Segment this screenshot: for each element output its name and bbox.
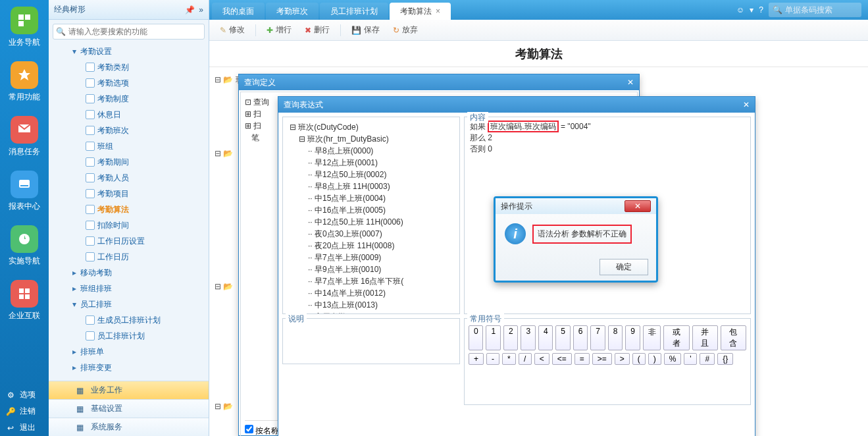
tb-save[interactable]: 💾保存 [346,22,385,38]
field-tree-line[interactable]: ·· 夜20点上班 11H(0008) [290,240,455,252]
sym-btn[interactable]: + [469,353,484,365]
msgbox-ok-button[interactable]: 确定 [600,259,648,275]
field-tree-line[interactable]: ·· 中15点半上班(0004) [290,192,455,204]
sym-btn[interactable]: 5 [555,325,570,350]
tree-item-2[interactable]: 考勤制度 [49,91,209,107]
tree-item-9[interactable]: 考勤算法 [49,202,209,217]
field-tree-line[interactable]: ·· 早12点上班(0001) [290,157,455,169]
field-tree-line[interactable]: ·· 早8点上班 11H(0003) [290,180,455,192]
tree-item-11[interactable]: 工作日历设置 [49,233,209,249]
field-tree-line[interactable]: ·· 高层考勤(0014) [290,311,455,314]
help-icon[interactable]: ? [759,5,763,14]
field-tree-line[interactable]: ·· 中14点半上班(0012) [290,287,455,299]
tree-sibling2-0[interactable]: ▸排班单 [49,344,209,360]
sym-btn[interactable]: 6 [573,325,588,350]
sym-btn[interactable]: 8 [608,325,623,350]
sym-btn[interactable]: - [486,353,499,365]
tree-sibling2-1[interactable]: ▸排班变更 [49,360,209,375]
rail-item-3[interactable]: 报表中心 [0,164,49,219]
barcode-search-input[interactable] [785,5,857,14]
field-tree-line[interactable]: ·· 中16点半上班(0005) [290,204,455,216]
field-tree-line[interactable]: ·· 早7点半上班(0009) [290,252,455,263]
tree-item-0[interactable]: 考勤类别 [49,59,209,75]
pin-icon[interactable]: 📌 [185,5,195,14]
close-icon[interactable]: ✕ [627,78,634,87]
sym-btn[interactable]: 1 [486,325,500,350]
close-icon[interactable]: ✕ [743,100,750,109]
sym-btn[interactable]: 0 [469,325,483,350]
sym-btn[interactable]: 并且 [692,325,718,350]
sym-btn[interactable]: 2 [503,325,518,350]
sym-btn[interactable]: 3 [521,325,535,350]
tree-item-12[interactable]: 工作日历 [49,249,209,265]
accordion-2[interactable]: ▦系统服务 [49,418,209,436]
sym-btn[interactable]: ) [648,353,661,365]
sym-btn[interactable]: < [534,353,549,365]
sym-btn[interactable]: 或者 [663,325,689,350]
sym-btn[interactable]: 非 [643,325,661,350]
chevron-double-icon[interactable]: » [199,5,203,14]
field-tree-line[interactable]: ·· 夜0点30上班(0007) [290,228,455,240]
rail-logout[interactable]: 🔑注销 [0,403,49,420]
rail-item-2[interactable]: 消息任务 [0,109,49,164]
tree-emp-1[interactable]: 员工排班计划 [49,328,209,344]
field-tree-line[interactable]: ·· 早12点50上班(0002) [290,169,455,180]
sym-btn[interactable]: 4 [538,325,553,350]
accordion-0[interactable]: ▦业务工作 [49,381,209,399]
sym-btn[interactable]: 9 [625,325,640,350]
tree-emp-0[interactable]: 生成员工排班计划 [49,312,209,328]
name-checkbox[interactable]: 按名称 [245,426,279,435]
accordion-1[interactable]: ▦基础设置 [49,399,209,418]
tab-2[interactable]: 员工排班计划 [320,3,388,20]
tree-item-8[interactable]: 考勤项目 [49,186,209,202]
tree-sibling-2[interactable]: ▾员工排班 [49,296,209,312]
rail-item-4[interactable]: 实施导航 [0,219,49,273]
sym-btn[interactable]: > [615,353,630,365]
rail-item-1[interactable]: 常用功能 [0,55,49,109]
rail-item-0[interactable]: 业务导航 [0,0,49,55]
tree-root[interactable]: ▾考勤设置 [49,43,209,59]
tree-sibling-0[interactable]: ▸移动考勤 [49,265,209,281]
barcode-search[interactable]: 🔍 [769,3,861,17]
sym-btn[interactable]: # [700,353,715,365]
tree-item-4[interactable]: 考勤班次 [49,123,209,138]
field-tree-line[interactable]: ·· 早8点上班(0000) [290,145,455,157]
tb-addrow[interactable]: ✚增行 [261,22,297,38]
tree-item-1[interactable]: 考勤选项 [49,75,209,91]
sym-btn[interactable]: {} [717,353,733,365]
field-tree[interactable]: ⊟ 班次(cDutyCode)⊟ 班次(hr_tm_DutyBasic)·· 早… [282,117,460,314]
rail-item-5[interactable]: 企业互联 [0,273,49,328]
sym-btn[interactable]: 包含 [721,325,746,350]
rail-exit[interactable]: ↩退出 [0,420,49,436]
tree-item-10[interactable]: 扣除时间 [49,217,209,233]
field-tree-line[interactable]: ·· 中12点50上班 11H(0006) [290,216,455,228]
tb-edit[interactable]: ✎修改 [215,22,250,38]
field-tree-line[interactable]: ·· 中13点上班(0013) [290,299,455,311]
tab-0[interactable]: 我的桌面 [212,3,265,20]
expr-content[interactable]: 内容 如果 班次编码.班次编码 = "0004" 那么 2 否则 0 操作提示 … [464,117,751,314]
sym-btn[interactable]: ( [632,353,646,365]
sym-btn[interactable]: * [502,353,516,365]
sym-btn[interactable]: <= [552,353,572,365]
field-tree-line[interactable]: ·· 早7点半上班 16点半下班( [290,275,455,287]
sym-btn[interactable]: % [664,353,682,365]
sym-btn[interactable]: ' [684,353,697,365]
field-tree-line[interactable]: ⊟ 班次(hr_tm_DutyBasic) [290,133,455,145]
field-tree-line[interactable]: ⊟ 班次(cDutyCode) [290,121,455,133]
smile-icon[interactable]: ☺ [736,5,744,14]
tree-search[interactable]: 🔍 [53,24,205,40]
sym-btn[interactable]: = [574,353,590,365]
tree-search-input[interactable] [68,27,201,36]
tb-delrow[interactable]: ✖删行 [299,22,335,38]
close-icon[interactable]: × [436,7,440,16]
tab-1[interactable]: 考勤班次 [266,3,319,20]
tab-3[interactable]: 考勤算法× [390,3,451,20]
field-tree-line[interactable]: ·· 早9点半上班(0010) [290,263,455,275]
rail-options[interactable]: ⚙选项 [0,387,49,403]
tree-sibling-1[interactable]: ▸班组排班 [49,281,209,296]
tb-discard[interactable]: ↻放弃 [388,22,423,38]
sym-btn[interactable]: / [519,353,532,365]
close-icon[interactable]: ✕ [625,200,651,212]
tree-item-6[interactable]: 考勤期间 [49,154,209,170]
tree-item-3[interactable]: 休息日 [49,107,209,123]
